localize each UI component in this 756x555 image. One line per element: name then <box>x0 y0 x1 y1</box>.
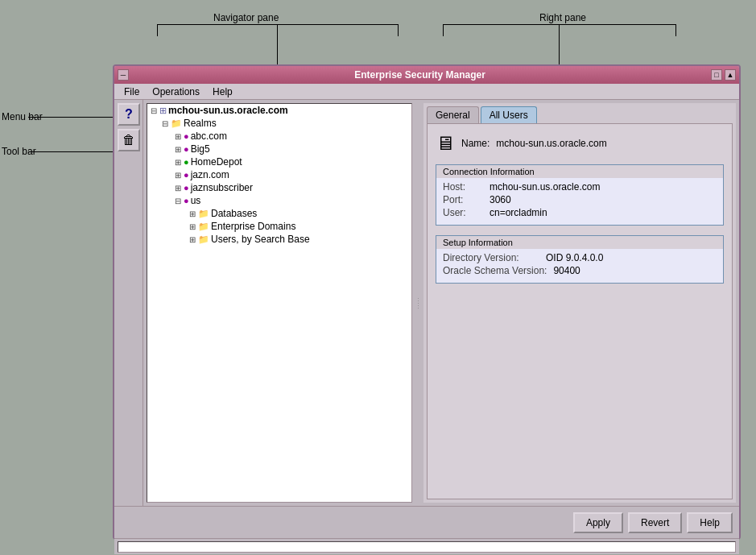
tree-jazn[interactable]: ⊞ ● jazn.com <box>147 168 411 181</box>
tree-jaznsubscriber[interactable]: ⊞ ● jaznsubscriber <box>147 181 411 194</box>
realm-jaznsubscriber-icon: ● <box>184 183 189 193</box>
expand-us: ⊟ <box>175 197 183 205</box>
connection-user-label: User: <box>443 207 483 218</box>
realm-homedepot-icon: ● <box>184 157 189 167</box>
connection-port-label: Port: <box>443 194 483 205</box>
main-window: ─ Enterprise Security Manager □ ▲ File O… <box>113 64 741 540</box>
apply-button[interactable]: Apply <box>573 512 623 533</box>
root-label: mchou-sun.us.oracle.com <box>168 105 288 116</box>
tree-realms[interactable]: ⊟ 📁 Realms <box>147 117 411 130</box>
expand-jaznsubscriber: ⊞ <box>175 184 183 193</box>
right-content: 🖥 Name: mchou-sun.us.oracle.com Connecti… <box>427 123 733 499</box>
toolbar: ? 🗑 <box>114 100 143 506</box>
tree-enterprise-domains[interactable]: ⊞ 📁 Enterprise Domains <box>147 220 411 233</box>
server-tree-icon: ⊞ <box>159 106 167 116</box>
jazn-label: jazn.com <box>191 169 229 180</box>
setup-schema-version-label: Oracle Schema Version: <box>443 265 547 276</box>
expand-root: ⊟ <box>151 106 159 115</box>
abc-label: abc.com <box>191 130 227 142</box>
status-text <box>118 541 736 553</box>
expand-enterprise-domains: ⊞ <box>189 222 197 231</box>
connection-host-value: mchou-sun.us.oracle.com <box>490 181 600 193</box>
setup-schema-version-value: 90400 <box>553 265 580 276</box>
tree-users-search-base[interactable]: ⊞ 📁 Users, by Search Base <box>147 233 411 246</box>
setup-info-section: Setup Information Directory Version: OID… <box>436 235 724 284</box>
menu-file[interactable]: File <box>118 85 146 99</box>
realm-abc-icon: ● <box>184 131 189 141</box>
tree-homedepot[interactable]: ⊞ ● HomeDepot <box>147 155 411 168</box>
splitter[interactable]: ····· <box>415 100 420 506</box>
maximize-button[interactable]: ▲ <box>725 69 736 81</box>
realm-us-icon: ● <box>184 196 189 205</box>
server-icon: 🖥 <box>436 132 455 155</box>
connection-port-row: Port: 3060 <box>443 194 717 205</box>
restore-button[interactable]: □ <box>711 69 722 81</box>
setup-info-title: Setup Information <box>436 236 723 249</box>
help-button-bottom[interactable]: Help <box>687 512 733 533</box>
right-pane-annotation: Right pane <box>539 12 586 23</box>
tab-all-users[interactable]: All Users <box>481 106 537 123</box>
connection-host-row: Host: mchou-sun.us.oracle.com <box>443 181 717 193</box>
folder-realms-icon: 📁 <box>171 118 182 129</box>
homedepot-label: HomeDepot <box>191 156 242 168</box>
tabs-bar: General All Users <box>423 103 736 123</box>
menu-operations[interactable]: Operations <box>146 85 206 99</box>
tree-abc[interactable]: ⊞ ● abc.com <box>147 130 411 143</box>
setup-dir-version-value: OID 9.0.4.0.0 <box>546 252 603 263</box>
tree-root[interactable]: ⊟ ⊞ mchou-sun.us.oracle.com <box>147 104 411 117</box>
delete-tool-button[interactable]: 🗑 <box>118 129 140 151</box>
expand-users-search-base: ⊞ <box>189 235 197 244</box>
enterprise-domains-label: Enterprise Domains <box>211 221 295 232</box>
connection-user-row: User: cn=orcladmin <box>443 207 717 218</box>
expand-databases: ⊞ <box>189 209 197 218</box>
setup-dir-version-label: Directory Version: <box>443 252 539 263</box>
connection-host-label: Host: <box>443 181 483 193</box>
navigator-pane-annotation: Navigator pane <box>213 12 279 23</box>
bottom-bar: Apply Revert Help <box>114 506 739 538</box>
realm-jazn-icon: ● <box>184 170 189 180</box>
splitter-handle: ····· <box>417 297 418 309</box>
tree-us[interactable]: ⊟ ● us <box>147 194 411 207</box>
us-label: us <box>191 195 201 206</box>
expand-abc: ⊞ <box>175 132 183 141</box>
realms-label: Realms <box>184 118 217 129</box>
tree-big5[interactable]: ⊞ ● Big5 <box>147 143 411 155</box>
window-title: Enterprise Security Manager <box>129 69 711 81</box>
navigator-pane[interactable]: ⊟ ⊞ mchou-sun.us.oracle.com ⊟ 📁 Realms ⊞… <box>147 103 412 503</box>
expand-realms: ⊟ <box>162 119 170 128</box>
status-bar <box>114 538 739 554</box>
realm-big5-icon: ● <box>184 144 189 154</box>
server-name-value: mchou-sun.us.oracle.com <box>496 138 606 149</box>
minimize-button[interactable]: ─ <box>118 69 129 81</box>
server-info: 🖥 Name: mchou-sun.us.oracle.com <box>436 132 724 155</box>
connection-info-title: Connection Information <box>436 165 723 178</box>
title-bar: ─ Enterprise Security Manager □ ▲ <box>114 66 739 84</box>
server-name-label: Name: <box>461 138 490 149</box>
connection-port-value: 3060 <box>490 194 511 205</box>
expand-big5: ⊞ <box>175 145 183 154</box>
revert-button[interactable]: Revert <box>628 512 682 533</box>
window-controls: □ ▲ <box>711 69 736 81</box>
folder-databases-icon: 📁 <box>198 209 209 219</box>
tool-bar-annotation: Tool bar <box>2 146 36 157</box>
connection-user-value: cn=orcladmin <box>490 207 547 218</box>
users-search-base-label: Users, by Search Base <box>211 234 310 245</box>
expand-jazn: ⊞ <box>175 171 183 180</box>
tree-databases[interactable]: ⊞ 📁 Databases <box>147 207 411 220</box>
content-area: ? 🗑 ⊟ ⊞ mchou-sun.us.oracle.com ⊟ 📁 Real… <box>114 100 739 506</box>
folder-users-icon: 📁 <box>198 234 209 245</box>
menu-bar-annotation: Menu bar <box>2 111 43 122</box>
help-tool-button[interactable]: ? <box>118 103 140 126</box>
setup-schema-version-row: Oracle Schema Version: 90400 <box>443 265 717 276</box>
databases-label: Databases <box>211 208 257 219</box>
right-pane: General All Users 🖥 Name: mchou-sun.us.o… <box>423 103 736 503</box>
expand-homedepot: ⊞ <box>175 158 183 167</box>
folder-enterprise-domains-icon: 📁 <box>198 222 209 232</box>
menu-help[interactable]: Help <box>206 85 239 99</box>
setup-dir-version-row: Directory Version: OID 9.0.4.0.0 <box>443 252 717 263</box>
jaznsubscriber-label: jaznsubscriber <box>191 182 253 193</box>
connection-info-section: Connection Information Host: mchou-sun.u… <box>436 164 724 226</box>
tab-general[interactable]: General <box>427 106 479 123</box>
big5-label: Big5 <box>191 143 210 155</box>
menu-bar: File Operations Help <box>114 84 739 100</box>
